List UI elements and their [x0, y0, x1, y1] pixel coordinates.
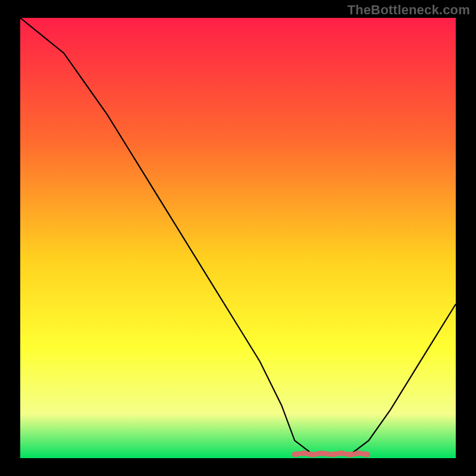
optimal-range-marker [295, 453, 368, 455]
bottleneck-chart [0, 0, 476, 476]
watermark-text: TheBottleneck.com [347, 2, 470, 18]
chart-frame: TheBottleneck.com [0, 0, 476, 476]
